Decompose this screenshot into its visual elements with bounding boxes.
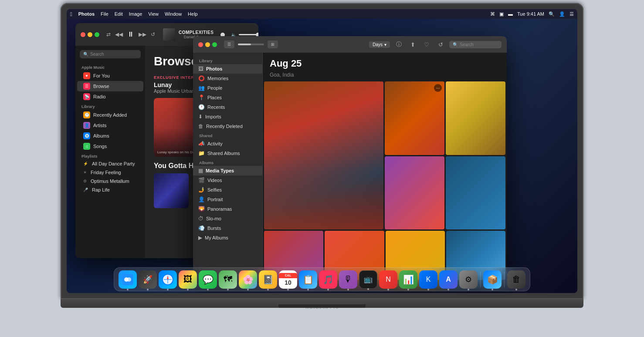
photos-sidebar-portrait[interactable]: 👤 Portrait xyxy=(193,195,262,204)
photos-sidebar-selfies[interactable]: 🤳 Selfies xyxy=(193,185,262,195)
control-center-icon[interactable]: ☰ xyxy=(569,11,574,17)
sidebar-toggle-icon[interactable]: ☰ xyxy=(224,40,234,48)
dock-icon-files[interactable]: 📋 xyxy=(299,270,317,289)
photo-cell-tr2[interactable] xyxy=(446,81,505,155)
dock-icon-photos-app[interactable]: 🖼 xyxy=(179,270,197,289)
dock-icon-trash[interactable]: 🗑 xyxy=(507,270,525,289)
sidebar-item-playlist-2[interactable]: ☀ Friday Feeling xyxy=(77,168,143,177)
album-card-1[interactable] xyxy=(154,173,189,210)
shuffle-icon[interactable]: ⇄ xyxy=(106,31,111,37)
dock-icon-storage[interactable]: 📦 xyxy=(483,270,502,289)
photos-sidebar-recently-deleted[interactable]: 🗑 Recently Deleted xyxy=(193,121,262,131)
menubar-file[interactable]: File xyxy=(101,11,108,17)
search-placeholder: Search xyxy=(460,42,474,47)
pause-button[interactable]: ⏸ xyxy=(127,30,134,38)
menubar-window[interactable]: Window xyxy=(165,11,182,17)
menubar-help[interactable]: Help xyxy=(188,11,198,17)
dock-icon-news[interactable]: N xyxy=(379,270,397,289)
sidebar-item-playlist-1[interactable]: ⚡ All Day Dance Party xyxy=(77,159,143,168)
dock-icon-launchpad[interactable]: 🚀 xyxy=(139,270,157,289)
photo-cell-large[interactable] xyxy=(264,81,383,229)
dock-icon-photos2[interactable]: 🌸 xyxy=(239,270,257,289)
next-track-icon[interactable]: ▶▶ xyxy=(139,31,146,37)
sidebar-item-playlist-4[interactable]: 🎤 Rap Life xyxy=(77,185,143,194)
menubar-edit[interactable]: Edit xyxy=(115,11,123,17)
photos-sidebar-my-albums[interactable]: ▶ My Albums xyxy=(193,233,262,243)
dock-icon-safari[interactable] xyxy=(159,270,177,289)
sidebar-item-for-you[interactable]: ♥ For You xyxy=(77,71,143,81)
albums-label: Albums xyxy=(93,133,109,138)
rotate-icon[interactable]: ↺ xyxy=(435,39,446,50)
search-menubar-icon[interactable]: 🔍 xyxy=(549,11,555,17)
photos-sidebar-photos[interactable]: 🖼 Photos xyxy=(193,64,262,74)
photos-icon: 🖼 xyxy=(198,66,203,72)
sidebar-item-songs[interactable]: ♫ Songs xyxy=(77,141,143,152)
photos-sidebar: Library 🖼 Photos ⭕ Memories 👥 xyxy=(193,53,263,280)
photos-sidebar-slo-mo[interactable]: ⏱ Slo-mo xyxy=(193,214,262,223)
photos-search-box[interactable]: 🔍 Search xyxy=(449,41,502,48)
photos-sidebar-people[interactable]: 👥 People xyxy=(193,83,262,93)
photos-sidebar-videos[interactable]: 🎬 Videos xyxy=(193,175,262,185)
photos-minimize-button[interactable] xyxy=(205,42,210,47)
location-sub: Goa, India xyxy=(263,72,507,81)
music-search-box[interactable]: 🔍 Search xyxy=(80,50,141,58)
grid-view-icon[interactable]: ⊞ xyxy=(268,40,278,48)
media-types-label: Media Types xyxy=(206,168,234,173)
menubar-view[interactable]: View xyxy=(148,11,159,17)
dock-icon-tv[interactable]: 📺 xyxy=(359,270,377,289)
dock-icon-notes[interactable]: 📓 xyxy=(259,270,277,289)
photo-cell-mr2[interactable] xyxy=(446,156,505,230)
user-icon[interactable]: 👤 xyxy=(559,11,565,17)
dock-icon-messages[interactable]: 💬 xyxy=(199,270,217,289)
imports-label: Imports xyxy=(205,114,221,119)
dock-icon-keynote[interactable]: K xyxy=(419,270,437,289)
photos-sidebar-recents[interactable]: 🕐 Recents xyxy=(193,102,262,112)
heart-icon[interactable]: ♡ xyxy=(421,39,432,50)
share-icon[interactable]: ⬆ xyxy=(407,39,418,50)
dock-icon-numbers[interactable]: 📊 xyxy=(399,270,417,289)
dock-icon-calendar[interactable]: CAL 10 xyxy=(279,270,297,289)
photos-sidebar-panoramas[interactable]: 🌄 Panoramas xyxy=(193,204,262,214)
wifi-icon: ⌘ xyxy=(490,11,495,17)
days-selector[interactable]: Days ▾ xyxy=(369,41,390,48)
photos-maximize-button[interactable] xyxy=(212,42,217,47)
sidebar-item-browse[interactable]: ☰ Browse xyxy=(77,81,143,91)
my-albums-label: My Albums xyxy=(205,235,228,240)
playlist-4-label: Rap Life xyxy=(92,187,110,192)
photos-sidebar-activity[interactable]: 📣 Activity xyxy=(193,139,262,148)
dock-icon-finder[interactable] xyxy=(119,270,137,289)
maximize-button[interactable] xyxy=(95,32,99,37)
dock-icon-maps[interactable]: 🗺 xyxy=(219,270,237,289)
apple-logo-icon[interactable]:  xyxy=(70,11,72,17)
close-button[interactable] xyxy=(81,32,85,37)
photos-albums-label: Albums xyxy=(193,158,262,166)
photos-sidebar-shared-albums[interactable]: 📁 Shared Albums xyxy=(193,148,262,158)
sidebar-item-artists[interactable]: 👤 Artists xyxy=(77,120,143,131)
dock-icon-music[interactable]: 🎵 xyxy=(319,270,337,289)
sidebar-item-albums[interactable]: 💿 Albums xyxy=(77,131,143,141)
volume-slider[interactable] xyxy=(239,34,258,35)
sidebar-item-radio[interactable]: 📡 Radio xyxy=(77,91,143,102)
photos-sidebar-bursts[interactable]: 💨 Bursts xyxy=(193,223,262,233)
photos-sidebar-media-types[interactable]: ▦ Media Types xyxy=(193,166,262,175)
bursts-icon: 💨 xyxy=(198,225,205,231)
info-icon[interactable]: ⓘ xyxy=(393,39,404,50)
dock-icon-appstore[interactable]: A xyxy=(439,270,458,289)
photos-sidebar-memories[interactable]: ⭕ Memories xyxy=(193,74,262,83)
days-label: Days xyxy=(373,42,383,47)
minimize-button[interactable] xyxy=(88,32,92,37)
photos-sidebar-places[interactable]: 📍 Places xyxy=(193,93,262,102)
repeat-icon[interactable]: ↺ xyxy=(151,31,155,37)
prev-track-icon[interactable]: ◀◀ xyxy=(115,31,123,37)
dock-icon-system-preferences[interactable]: ⚙ xyxy=(459,270,478,289)
sidebar-item-recently-added[interactable]: 🕐 Recently Added xyxy=(77,110,143,120)
menubar-app-name[interactable]: Photos xyxy=(78,11,95,17)
menubar-image[interactable]: Image xyxy=(129,11,142,17)
photos-sidebar-imports[interactable]: ⬇ Imports xyxy=(193,112,262,121)
photo-cell-tr1[interactable]: ··· xyxy=(385,81,444,155)
photos-close-button[interactable] xyxy=(198,42,203,47)
photo-cell-mr1[interactable] xyxy=(385,156,444,230)
videos-label: Videos xyxy=(207,178,222,183)
dock-icon-podcasts[interactable]: 🎙 xyxy=(339,270,357,289)
sidebar-item-playlist-3[interactable]: ⚙ Optimus Metallum xyxy=(77,177,143,185)
